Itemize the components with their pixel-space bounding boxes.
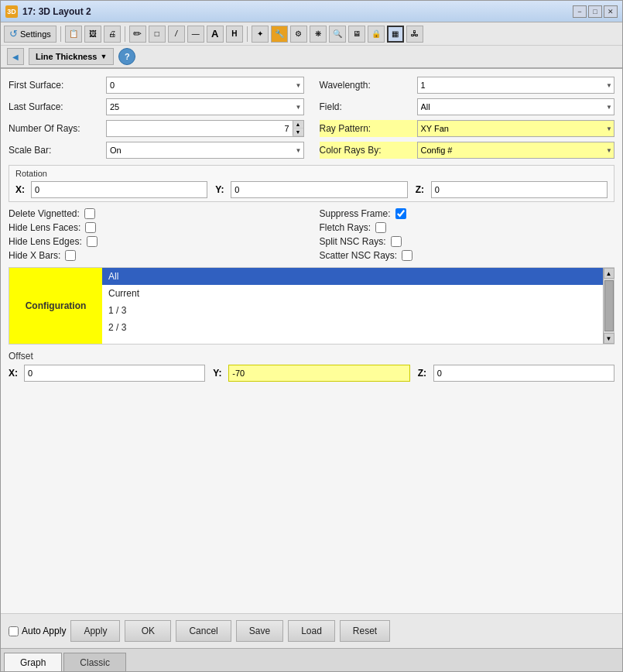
offset-title: Offset	[9, 351, 614, 362]
toolbar-snowflake-btn[interactable]: ❋	[310, 26, 327, 43]
toolbar-print-btn[interactable]: 🖨	[104, 26, 121, 43]
suppress-frame-label: Suppress Frame:	[320, 208, 391, 219]
split-nsc-rays-label: Split NSC Rays:	[320, 236, 386, 247]
toolbar-lock-btn[interactable]: 🔒	[368, 26, 385, 43]
split-nsc-rays-row: Split NSC Rays:	[320, 236, 615, 247]
config-item-current[interactable]: Current	[102, 285, 603, 302]
toolbar-copy-btn[interactable]: 📋	[65, 26, 82, 43]
hide-lens-edges-row: Hide Lens Edges:	[9, 236, 304, 247]
color-rays-row: Color Rays By: Config # ▼	[320, 142, 615, 159]
pencil-icon: ✏	[133, 28, 142, 39]
scatter-nsc-rays-checkbox[interactable]	[402, 250, 412, 261]
tabs-bar: Graph Classic	[1, 648, 622, 671]
tab-classic-label: Classic	[80, 657, 110, 668]
toolbar-separator-3	[247, 26, 248, 42]
toolbar-grid-btn[interactable]: ▦	[387, 26, 404, 43]
toolbar-monitor-btn[interactable]: 🖥	[348, 26, 365, 43]
first-surface-row: First Surface: 0 ▼	[9, 77, 304, 94]
maximize-button[interactable]: □	[588, 5, 602, 18]
offset-z-input[interactable]	[433, 365, 614, 382]
save-button[interactable]: Save	[236, 620, 283, 642]
offset-y-input[interactable]	[228, 365, 409, 382]
toolbar-network-btn[interactable]: 🖧	[406, 26, 423, 43]
toolbar-arrow-btn[interactable]: H	[226, 26, 243, 43]
suppress-frame-checkbox[interactable]	[395, 208, 406, 219]
zoom-icon: 🔍	[333, 29, 342, 38]
color-rays-select[interactable]: Config #	[417, 142, 615, 159]
last-surface-select[interactable]: 25	[106, 98, 304, 115]
toolbar-wrench-btn[interactable]: 🔧	[271, 26, 288, 43]
toolbar-separator-1	[60, 26, 61, 42]
star-icon: ✦	[257, 29, 263, 38]
scroll-thumb[interactable]	[604, 280, 614, 331]
main-content: First Surface: 0 ▼ Wavelength: 1 ▼	[1, 69, 622, 613]
title-bar: 3D 17: 3D Layout 2 − □ ✕	[1, 1, 622, 22]
toolbar-dash-btn[interactable]: —	[187, 26, 204, 43]
reset-button[interactable]: Reset	[340, 620, 390, 642]
field-select[interactable]: All	[417, 98, 615, 115]
hide-x-bars-checkbox[interactable]	[65, 250, 76, 261]
rotation-y-label: Y:	[215, 184, 228, 195]
ok-button[interactable]: OK	[125, 620, 171, 642]
fletch-rays-label: Fletch Rays:	[320, 222, 371, 233]
text-icon: A	[211, 28, 218, 39]
hide-lens-edges-checkbox[interactable]	[87, 236, 98, 247]
tab-graph[interactable]: Graph	[4, 653, 62, 671]
last-surface-label: Last Surface:	[9, 101, 101, 112]
configuration-section: Configuration All Current 1 / 3 2 / 3 ▲ …	[9, 267, 614, 345]
hide-lens-faces-label: Hide Lens Faces:	[9, 222, 80, 233]
toolbar-gear-btn[interactable]: ⚙	[290, 26, 307, 43]
offset-y-label: Y:	[213, 368, 225, 379]
config-item-2-3[interactable]: 2 / 3	[102, 319, 603, 336]
scale-bar-select-wrapper: On ▼	[106, 142, 304, 159]
toolbar-star-btn[interactable]: ✦	[252, 26, 269, 43]
scale-bar-select[interactable]: On	[106, 142, 304, 159]
toolbar-line-btn[interactable]: /	[168, 26, 185, 43]
delete-vignetted-label: Delete Vignetted:	[9, 208, 80, 219]
cancel-button[interactable]: Cancel	[176, 620, 231, 642]
toolbar-zoom-btn[interactable]: 🔍	[329, 26, 346, 43]
config-item-all[interactable]: All	[102, 268, 603, 285]
help-button[interactable]: ?	[118, 48, 135, 65]
wavelength-select[interactable]: 1	[417, 77, 615, 94]
ray-pattern-row: Ray Pattern: XY Fan ▼	[320, 120, 615, 137]
split-nsc-rays-checkbox[interactable]	[391, 236, 402, 247]
tab-classic[interactable]: Classic	[63, 653, 126, 671]
back-button[interactable]: ◀	[7, 48, 24, 65]
scatter-nsc-rays-row: Scatter NSC Rays:	[320, 250, 615, 261]
num-rays-input[interactable]	[107, 121, 293, 136]
toolbar-text-btn[interactable]: A	[207, 26, 224, 43]
rotation-section: Rotation X: Y: Z:	[9, 165, 614, 202]
toolbar-rect-btn[interactable]: □	[149, 26, 166, 43]
delete-vignetted-checkbox[interactable]	[84, 208, 95, 219]
config-item-1-3[interactable]: 1 / 3	[102, 302, 603, 319]
dropdown-arrow-icon: ▼	[100, 53, 107, 60]
apply-button[interactable]: Apply	[70, 620, 120, 642]
auto-apply-checkbox[interactable]	[9, 626, 19, 636]
hide-lens-faces-checkbox[interactable]	[85, 222, 96, 233]
rotation-x-input[interactable]	[31, 181, 207, 198]
scroll-up-button[interactable]: ▲	[604, 268, 614, 279]
toolbar-image-btn[interactable]: 🖼	[84, 26, 101, 43]
rotation-z-input[interactable]	[431, 181, 608, 198]
form-grid: First Surface: 0 ▼ Wavelength: 1 ▼	[9, 77, 614, 159]
hide-x-bars-row: Hide X Bars:	[9, 250, 304, 261]
scroll-down-button[interactable]: ▼	[604, 333, 614, 344]
spin-down-button[interactable]: ▼	[293, 129, 303, 136]
load-button[interactable]: Load	[288, 620, 335, 642]
settings-button[interactable]: ↺ Settings	[4, 26, 56, 43]
first-surface-select[interactable]: 0	[106, 77, 304, 94]
line-thickness-dropdown[interactable]: Line Thickness ▼	[29, 48, 114, 65]
dash-icon: —	[192, 29, 200, 38]
close-button[interactable]: ✕	[604, 5, 618, 18]
rotation-y-input[interactable]	[231, 181, 407, 198]
fletch-rays-checkbox[interactable]	[375, 222, 386, 233]
spin-up-button[interactable]: ▲	[293, 121, 303, 129]
minimize-button[interactable]: −	[573, 5, 587, 18]
offset-section: Offset X: Y: Z:	[9, 351, 614, 382]
toolbar-pencil-btn[interactable]: ✏	[129, 26, 146, 43]
offset-x-input[interactable]	[24, 365, 205, 382]
configuration-label: Configuration	[9, 268, 102, 344]
wavelength-label: Wavelength:	[320, 80, 412, 91]
ray-pattern-select[interactable]: XY Fan	[417, 120, 615, 137]
